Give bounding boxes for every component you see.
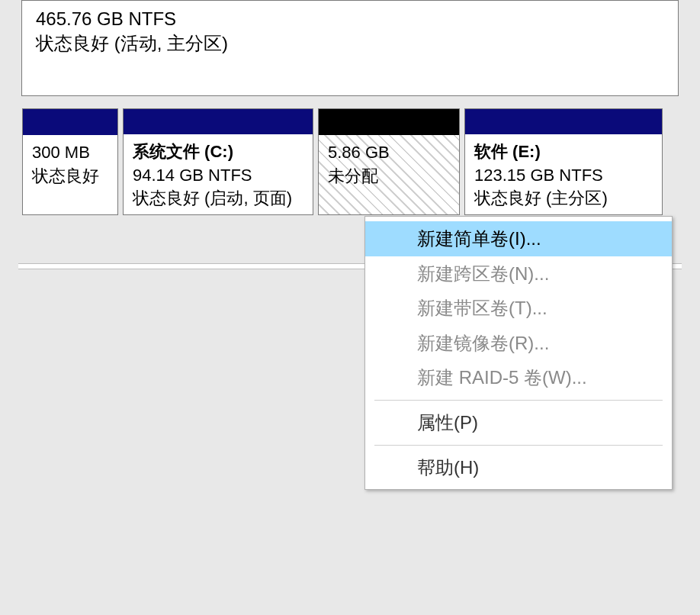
partition-c-drive[interactable]: 系统文件 (C:) 94.14 GB NTFS 状态良好 (启动, 页面) xyxy=(123,108,313,215)
partition-title: 系统文件 (C:) xyxy=(133,140,303,164)
partition-status: 状态良好 (主分区) xyxy=(474,187,653,211)
menu-new-striped-volume[interactable]: 新建带区卷(T)... xyxy=(365,291,672,326)
partition-header-bar xyxy=(319,109,459,135)
partition-size: 300 MB xyxy=(32,141,108,165)
partition-size: 5.86 GB xyxy=(328,141,450,165)
partition-size: 123.15 GB NTFS xyxy=(474,164,653,188)
partition-unallocated[interactable]: 5.86 GB 未分配 xyxy=(318,108,460,215)
menu-separator xyxy=(374,400,663,401)
disk-partition-row: 300 MB 状态良好 系统文件 (C:) 94.14 GB NTFS 状态良好… xyxy=(22,108,663,215)
partition-header-bar xyxy=(124,109,313,134)
context-menu: 新建简单卷(I)... 新建跨区卷(N)... 新建带区卷(T)... 新建镜像… xyxy=(364,216,673,490)
partition-status: 状态良好 (启动, 页面) xyxy=(133,187,303,211)
partition-header-bar xyxy=(465,109,662,134)
upper-volume-status: 状态良好 (活动, 主分区) xyxy=(36,31,664,56)
partition-size: 94.14 GB NTFS xyxy=(133,164,303,188)
menu-properties[interactable]: 属性(P) xyxy=(365,405,672,440)
partition-header-bar xyxy=(23,109,117,135)
menu-new-spanned-volume[interactable]: 新建跨区卷(N)... xyxy=(365,256,672,291)
partition-status: 未分配 xyxy=(328,165,450,188)
partition-status: 状态良好 xyxy=(32,165,108,188)
partition-e-drive[interactable]: 软件 (E:) 123.15 GB NTFS 状态良好 (主分区) xyxy=(464,108,663,215)
menu-help[interactable]: 帮助(H) xyxy=(365,450,672,485)
menu-new-simple-volume[interactable]: 新建简单卷(I)... xyxy=(365,221,672,256)
menu-new-mirrored-volume[interactable]: 新建镜像卷(R)... xyxy=(365,326,672,361)
upper-volume-size: 465.76 GB NTFS xyxy=(36,7,664,31)
upper-volume-panel[interactable]: 465.76 GB NTFS 状态良好 (活动, 主分区) xyxy=(21,0,679,96)
menu-separator xyxy=(374,445,663,446)
menu-new-raid5-volume[interactable]: 新建 RAID-5 卷(W)... xyxy=(365,360,672,395)
partition-reserved[interactable]: 300 MB 状态良好 xyxy=(22,108,118,215)
partition-title: 软件 (E:) xyxy=(474,140,653,164)
